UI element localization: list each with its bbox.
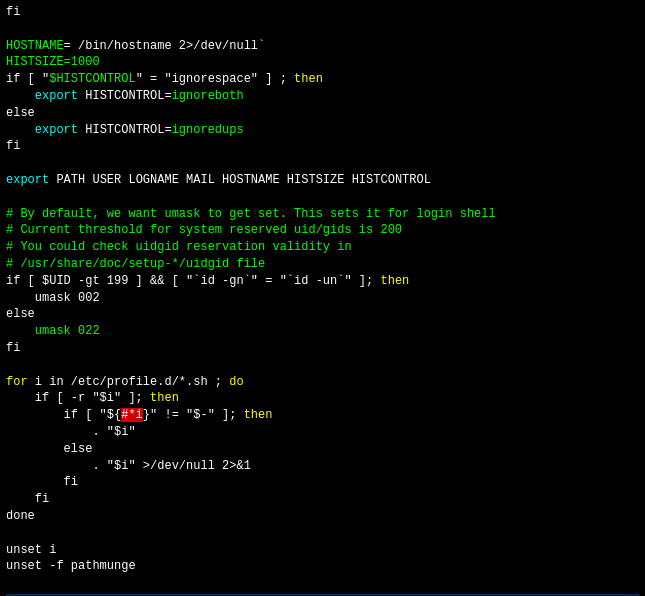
line-unset-i: unset i: [6, 542, 639, 559]
line-else-3: else: [6, 441, 639, 458]
line-else-2: else: [6, 306, 639, 323]
line-umask-002: umask 002: [6, 290, 639, 307]
line-fi-top: fi: [6, 4, 639, 21]
line-export-path: export PATH USER LOGNAME MAIL HOSTNAME H…: [6, 172, 639, 189]
line-comment-4: # /usr/share/doc/setup-*/uidgid file: [6, 256, 639, 273]
line-if-ne: if [ "${#*i}" != "$-" ]; then: [6, 407, 639, 424]
line-if-histcontrol: if [ "$HISTCONTROL" = "ignorespace" ] ; …: [6, 71, 639, 88]
line-dot-2: . "$i" >/dev/null 2>&1: [6, 458, 639, 475]
line-dot-1: . "$i": [6, 424, 639, 441]
terminal-window: fi HOSTNAME= /bin/hostname 2>/dev/null` …: [0, 0, 645, 596]
line-export-ignoreboth: export HISTCONTROL=ignoreboth: [6, 88, 639, 105]
line-hostname: HOSTNAME= /bin/hostname 2>/dev/null`: [6, 38, 639, 55]
line-fi-2: fi: [6, 138, 639, 155]
line-umask-022: umask 022: [6, 323, 639, 340]
line-blank-5: [6, 525, 639, 542]
line-fi-inner: fi: [6, 474, 639, 491]
line-blank: [6, 21, 639, 38]
line-if-uid: if [ $UID -gt 199 ] && [ "`id -gn`" = "`…: [6, 273, 639, 290]
line-blank-3: [6, 189, 639, 206]
line-else-1: else: [6, 105, 639, 122]
line-fi-3: fi: [6, 340, 639, 357]
line-if-r: if [ -r "$i" ]; then: [6, 390, 639, 407]
line-blank-2: [6, 155, 639, 172]
line-export-ignoredups: export HISTCONTROL=ignoredups: [6, 122, 639, 139]
line-blank-4: [6, 357, 639, 374]
line-comment-2: # Current threshold for system reserved …: [6, 222, 639, 239]
line-done: done: [6, 508, 639, 525]
line-comment-1: # By default, we want umask to get set. …: [6, 206, 639, 223]
line-comment-3: # You could check uidgid reservation val…: [6, 239, 639, 256]
line-fi-outer: fi: [6, 491, 639, 508]
line-blank-6: [6, 575, 639, 592]
line-unset-f: unset -f pathmunge: [6, 558, 639, 575]
line-for: for i in /etc/profile.d/*.sh ; do: [6, 374, 639, 391]
line-histsize: HISTSIZE=1000: [6, 54, 639, 71]
